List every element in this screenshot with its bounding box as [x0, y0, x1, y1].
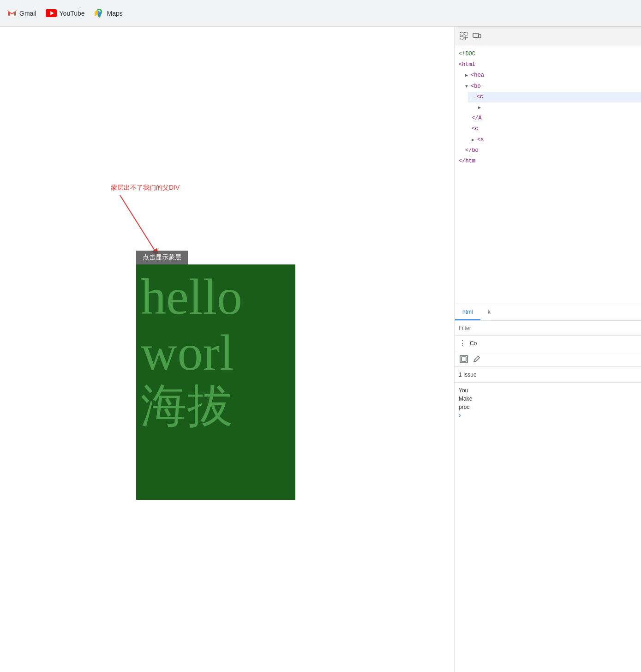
- dom-line-close-html: </htm: [455, 156, 641, 167]
- nav-item-gmail[interactable]: Gmail: [7, 10, 36, 17]
- button-overlay: 点击显示蒙层: [136, 251, 188, 264]
- edit-icon[interactable]: [472, 354, 482, 364]
- issues-content: You Make proc ›: [455, 383, 641, 422]
- styles-panel: ⋮ Co 1 Issue: [455, 321, 641, 672]
- chinese-text: 海拔: [136, 381, 233, 432]
- dom-line-selected[interactable]: … <c: [468, 92, 641, 102]
- webpage-area: 蒙层出不了我们的父DIV 点击显示蒙层 hello worl 海拔: [0, 27, 455, 672]
- dom-line-close-a: </A: [468, 113, 641, 124]
- dom-line-script[interactable]: ▶ <s: [468, 135, 641, 145]
- dom-tree: <!DOC <html ▶ <hea ▼ <bo … <c ▶ </A <c: [455, 45, 641, 304]
- box-model-icon[interactable]: [459, 354, 469, 364]
- nav-item-youtube[interactable]: YouTube: [46, 9, 85, 17]
- styles-filter-bar: [455, 321, 641, 336]
- styles-filter-input[interactable]: [459, 325, 637, 331]
- browser-topbar: Gmail YouTube Maps: [0, 0, 641, 27]
- dom-line-close-body: </bo: [461, 145, 641, 156]
- dom-line-html[interactable]: <html: [455, 60, 641, 70]
- svg-line-5: [120, 195, 159, 258]
- devtools-toolbar: [455, 27, 641, 45]
- gmail-label: Gmail: [19, 10, 36, 17]
- dom-line-arrow-child[interactable]: ▶: [474, 102, 641, 113]
- svg-rect-11: [473, 33, 479, 37]
- svg-rect-7: [464, 32, 467, 36]
- demo-box-wrapper: 点击显示蒙层 hello worl 海拔: [136, 251, 295, 500]
- responsive-icon[interactable]: [472, 31, 482, 41]
- youtube-label: YouTube: [60, 10, 85, 17]
- issues-row: 1 Issue: [455, 367, 641, 383]
- youtube-icon: [46, 9, 57, 17]
- styles-toolbar2-row: [455, 351, 641, 367]
- dom-line-c[interactable]: <c: [468, 124, 641, 134]
- dom-line-doctype: <!DOC: [455, 49, 641, 60]
- issues-content-text: You Make proc: [459, 386, 637, 411]
- devtools-panel: <!DOC <html ▶ <hea ▼ <bo … <c ▶ </A <c: [455, 27, 641, 672]
- world-text: worl: [136, 325, 234, 381]
- svg-rect-15: [461, 357, 466, 361]
- dom-line-body[interactable]: ▼ <bo: [461, 81, 641, 92]
- styles-toolbar-label: Co: [470, 340, 477, 347]
- issues-count: 1 Issue: [459, 372, 477, 378]
- tab-html[interactable]: html: [455, 304, 480, 320]
- main-layout: 蒙层出不了我们的父DIV 点击显示蒙层 hello worl 海拔: [0, 27, 641, 672]
- maps-icon: [94, 8, 104, 18]
- devtools-tabs: html k: [455, 304, 641, 321]
- styles-more-options[interactable]: ⋮: [459, 339, 466, 348]
- show-mask-button[interactable]: 点击显示蒙层: [136, 251, 188, 264]
- nav-item-maps[interactable]: Maps: [94, 8, 123, 18]
- element-picker-icon[interactable]: [459, 31, 469, 41]
- svg-rect-8: [460, 36, 463, 40]
- maps-label: Maps: [107, 10, 123, 17]
- gmail-icon: [7, 10, 17, 17]
- dom-line-head[interactable]: ▶ <hea: [461, 70, 641, 81]
- issues-expand-button[interactable]: ›: [459, 411, 637, 419]
- hello-text: hello: [136, 264, 242, 325]
- green-box: hello worl 海拔: [136, 264, 295, 500]
- svg-rect-12: [479, 35, 481, 38]
- tab-k[interactable]: k: [480, 304, 498, 320]
- styles-toolbar-row: ⋮ Co: [455, 336, 641, 351]
- svg-rect-6: [460, 32, 463, 36]
